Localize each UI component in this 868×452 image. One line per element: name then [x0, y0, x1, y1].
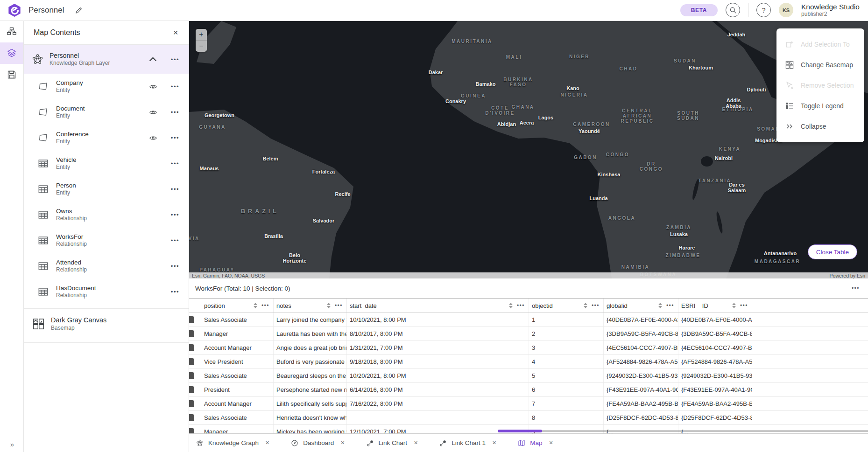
- column-header-start_date[interactable]: start_date•••: [347, 299, 529, 313]
- column-options-button[interactable]: •••: [740, 302, 748, 309]
- help-button[interactable]: ?: [756, 3, 771, 17]
- layer-item-conference[interactable]: ConferenceEntity•••: [23, 125, 189, 151]
- sort-icon[interactable]: [732, 303, 736, 308]
- column-options-button[interactable]: •••: [517, 302, 525, 309]
- avatar[interactable]: KS: [779, 3, 793, 17]
- table-row[interactable]: Sales AssociateLarry joined the company …: [180, 313, 868, 327]
- basemap-item[interactable]: Dark Gray Canvas Basemap: [23, 309, 189, 339]
- cell-empty: [752, 397, 868, 410]
- table-layer-icon: [38, 286, 49, 297]
- sort-icon[interactable]: [254, 303, 257, 308]
- cell-empty: [752, 411, 868, 424]
- zoom-out-button[interactable]: −: [196, 41, 207, 52]
- table-row[interactable]: Account ManagerAngie does a great job br…: [180, 341, 868, 355]
- menu-item-label: Add Selection To: [801, 41, 850, 48]
- layer-options-button[interactable]: •••: [171, 211, 179, 218]
- layer-item-vehicle[interactable]: VehicleEntity•••: [23, 151, 189, 176]
- visibility-eye-icon[interactable]: [148, 108, 158, 117]
- visibility-eye-icon[interactable]: [148, 134, 158, 142]
- cell-globalid: {3DB9A59C-B5FA-49CB-8597-50...: [604, 327, 678, 341]
- column-header-notes[interactable]: notes•••: [274, 299, 347, 313]
- layer-options-button[interactable]: •••: [171, 160, 179, 167]
- header-divider: [748, 3, 748, 17]
- horizontal-scrollbar-track[interactable]: [542, 431, 868, 431]
- map-view[interactable]: MAURITANIAMALINIGERCHADSUDANBURKINA FASO…: [189, 21, 868, 278]
- table-row[interactable]: ManagerLauretta has been with the comp..…: [180, 327, 868, 341]
- edit-title-icon[interactable]: [75, 7, 83, 14]
- menu-item-toggle-legend[interactable]: Toggle Legend: [776, 96, 864, 116]
- table-row[interactable]: Sales AssociateHenrietta doesn't know wh…: [180, 411, 868, 425]
- layer-item-person[interactable]: PersonEntity•••: [23, 176, 189, 202]
- rail-map-contents-button[interactable]: [0, 42, 23, 64]
- visibility-eye-icon[interactable]: [148, 83, 158, 91]
- layer-item-owns[interactable]: OwnsRelationship•••: [23, 202, 189, 228]
- layer-options-button[interactable]: •••: [171, 237, 179, 244]
- layer-options-button[interactable]: •••: [171, 263, 179, 270]
- column-header-ESRI__ID[interactable]: ESRI__ID•••: [678, 299, 752, 313]
- cell-start_date: 9/18/2018, 8:00 PM: [347, 355, 529, 369]
- group-options-button[interactable]: •••: [171, 56, 179, 63]
- sort-icon[interactable]: [327, 303, 331, 308]
- tab-close-icon[interactable]: ✕: [414, 440, 418, 446]
- layer-options-button[interactable]: •••: [171, 83, 179, 90]
- search-button[interactable]: [726, 3, 740, 17]
- chevron-up-icon[interactable]: [147, 54, 159, 65]
- column-options-button[interactable]: •••: [261, 302, 269, 309]
- rail-save-button[interactable]: [0, 64, 23, 85]
- tab-map[interactable]: Map✕: [518, 439, 553, 447]
- layer-options-button[interactable]: •••: [171, 134, 179, 141]
- column-options-button[interactable]: •••: [592, 302, 600, 309]
- sort-icon[interactable]: [584, 303, 587, 308]
- rail-data-model-button[interactable]: [0, 21, 23, 42]
- cell-objectid: 1: [529, 313, 604, 327]
- cell-globalid: {40DE0B7A-EF0E-4000-A325-65...: [604, 313, 678, 327]
- column-header-position[interactable]: position•••: [201, 299, 274, 313]
- column-header-objectid[interactable]: objectid•••: [529, 299, 604, 313]
- table-row[interactable]: Sales AssociateBeauregard sleeps on the …: [180, 369, 868, 383]
- zoom-in-button[interactable]: +: [196, 29, 207, 41]
- tab-dashboard[interactable]: Dashboard✕: [291, 439, 345, 447]
- cell-start_date: 1/31/2021, 7:00 PM: [347, 341, 529, 355]
- table-row[interactable]: Vice PresidentBuford is very passionate …: [180, 355, 868, 369]
- tab-close-icon[interactable]: ✕: [340, 440, 345, 446]
- cell-position: Sales Associate: [201, 313, 274, 327]
- menu-item-change-basemap[interactable]: Change Basemap: [776, 55, 864, 75]
- table-row[interactable]: PresidentPersephone started new metal o.…: [180, 383, 868, 397]
- horizontal-scrollbar-thumb[interactable]: [498, 430, 542, 432]
- menu-item-label: Remove Selection: [801, 82, 854, 89]
- menu-item-collapse[interactable]: Collapse: [776, 116, 864, 137]
- cell-start_date: [347, 411, 529, 424]
- sort-icon[interactable]: [509, 303, 513, 308]
- close-table-button[interactable]: Close Table: [808, 244, 857, 259]
- layer-type: Entity: [56, 164, 148, 171]
- tab-knowledge-graph[interactable]: Knowledge Graph✕: [196, 439, 269, 447]
- tab-close-icon[interactable]: ✕: [492, 440, 496, 446]
- table-row[interactable]: Account ManagerLilith specifically sells…: [180, 397, 868, 411]
- layer-item-worksfor[interactable]: WorksForRelationship•••: [23, 228, 189, 253]
- layer-item-hasdocument[interactable]: HasDocumentRelationship•••: [23, 279, 189, 305]
- table-options-button[interactable]: •••: [852, 285, 860, 292]
- column-options-button[interactable]: •••: [666, 302, 674, 309]
- layer-options-button[interactable]: •••: [171, 186, 179, 193]
- layer-item-company[interactable]: CompanyEntity•••: [23, 74, 189, 99]
- layer-item-attended[interactable]: AttendedRelationship•••: [23, 253, 189, 279]
- tab-link-chart[interactable]: Link Chart✕: [367, 439, 418, 447]
- user-info: Knowledge Studio publisher2: [801, 3, 861, 18]
- sort-icon[interactable]: [658, 303, 662, 308]
- table-layer-icon: [38, 235, 49, 246]
- layer-item-document[interactable]: DocumentEntity•••: [23, 99, 189, 125]
- layer-options-button[interactable]: •••: [171, 288, 179, 295]
- expand-rail-button[interactable]: »: [0, 440, 23, 448]
- cell-position: Manager: [201, 425, 274, 433]
- map-label-city: Antananarivo: [764, 250, 797, 256]
- lake-victoria: [701, 156, 713, 167]
- layer-options-button[interactable]: •••: [171, 109, 179, 116]
- panel-close-icon[interactable]: ✕: [173, 29, 178, 36]
- legend-icon: [785, 102, 794, 110]
- layer-group-personnel[interactable]: Personnel Knowledge Graph Layer •••: [23, 45, 189, 74]
- tab-close-icon[interactable]: ✕: [265, 440, 269, 446]
- column-options-button[interactable]: •••: [335, 302, 343, 309]
- tab-link-chart-1[interactable]: Link Chart 1✕: [439, 439, 496, 447]
- column-header-globalid[interactable]: globalid•••: [604, 299, 678, 313]
- tab-close-icon[interactable]: ✕: [549, 440, 553, 446]
